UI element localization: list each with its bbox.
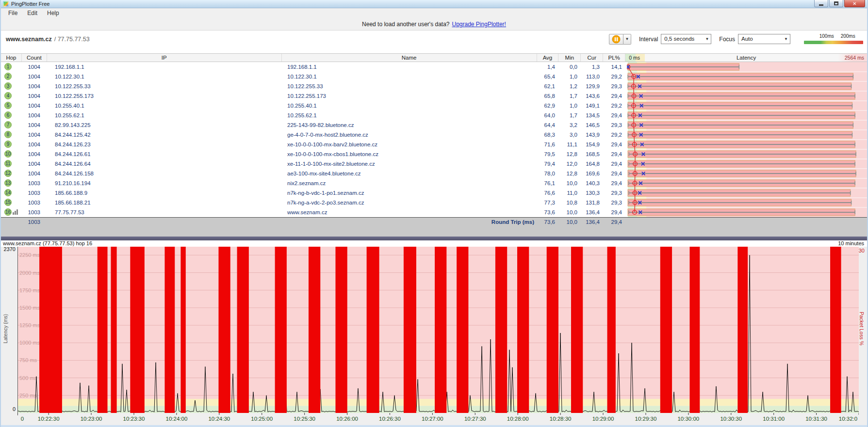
maximize-icon bbox=[834, 1, 838, 5]
hop-number-badge: 1 bbox=[4, 63, 12, 70]
hop-rows: 11004192.168.1.1192.168.1.11,40,01,314,1… bbox=[1, 62, 867, 217]
header-count[interactable]: Count bbox=[22, 54, 47, 62]
hop-count: 1003 bbox=[22, 207, 47, 217]
close-button[interactable]: ✕ bbox=[844, 0, 865, 7]
time-plot-area[interactable]: 2250 ms2000 ms1750 ms1500 ms1250 ms1000 … bbox=[17, 247, 859, 423]
hop-count: 1004 bbox=[22, 140, 47, 149]
y-axis-zero-label: 0 bbox=[1, 406, 16, 412]
hop-number-badge: 4 bbox=[4, 92, 12, 99]
svg-text:10:23:30: 10:23:30 bbox=[123, 416, 145, 422]
hop-pl: 29,4 bbox=[605, 149, 627, 159]
hop-pl: 29,4 bbox=[605, 111, 627, 120]
round-trip-avg: 73,6 bbox=[538, 218, 560, 226]
latency-time-chart[interactable]: 2250 ms2000 ms1750 ms1500 ms1250 ms1000 … bbox=[17, 247, 859, 423]
hop-min: 3,0 bbox=[560, 130, 582, 140]
hop-ip: 185.66.188.9 bbox=[47, 188, 282, 198]
hop-cur: 146,5 bbox=[582, 120, 605, 130]
hop-cur: 130,3 bbox=[582, 188, 605, 198]
header-min[interactable]: Min bbox=[558, 54, 581, 62]
header-ip[interactable]: IP bbox=[47, 54, 282, 62]
hop-cur: 131,8 bbox=[582, 198, 605, 207]
graphed-hop-icon bbox=[13, 209, 18, 215]
hop-cur: 1,3 bbox=[582, 62, 605, 72]
hop-pl: 29,2 bbox=[605, 101, 627, 111]
hop-avg: 73,6 bbox=[538, 207, 560, 217]
menu-item-file[interactable]: File bbox=[4, 9, 22, 17]
header-name[interactable]: Name bbox=[282, 54, 537, 62]
svg-text:10:27:30: 10:27:30 bbox=[464, 416, 486, 422]
window-bottom-border bbox=[1, 425, 867, 427]
svg-text:10:23:00: 10:23:00 bbox=[81, 416, 102, 422]
focus-select[interactable]: Auto ▼ bbox=[738, 34, 790, 44]
hop-number-badge: 10 bbox=[4, 150, 12, 158]
header-avg[interactable]: Avg bbox=[537, 54, 559, 62]
hop-avg: 77,3 bbox=[538, 198, 560, 207]
hop-pl: 29,4 bbox=[605, 159, 627, 169]
window-title: PingPlotter Free bbox=[11, 1, 49, 7]
hop-pl: 29,4 bbox=[605, 169, 627, 178]
svg-text:10:28:00: 10:28:00 bbox=[507, 416, 529, 422]
hop-cur: 154,9 bbox=[582, 140, 605, 149]
svg-text:10:31:00: 10:31:00 bbox=[763, 416, 785, 422]
panel-splitter[interactable] bbox=[1, 237, 867, 240]
hop-cell: 10 bbox=[1, 149, 22, 159]
time-graph-panel: www.seznam.cz (77.75.77.53) hop 16 10 mi… bbox=[1, 240, 867, 427]
hop-pl: 29,3 bbox=[605, 198, 627, 207]
maximize-button[interactable] bbox=[829, 0, 843, 7]
hop-number-badge: 14 bbox=[4, 189, 12, 196]
hop-ip: 84.244.126.61 bbox=[47, 149, 282, 159]
hop-cur: 140,3 bbox=[582, 178, 605, 188]
interval-label: Interval bbox=[639, 36, 658, 43]
hop-min: 1,7 bbox=[560, 91, 582, 101]
hop-avg: 65,4 bbox=[538, 72, 560, 81]
hop-name: n7k-ng-b-vdc-1-po1.seznam.cz bbox=[282, 188, 538, 198]
round-trip-pl: 29,4 bbox=[605, 218, 627, 226]
pause-dropdown-button[interactable]: ▼ bbox=[623, 34, 631, 45]
header-pl[interactable]: PL% bbox=[603, 54, 625, 62]
hop-name: www.seznam.cz bbox=[282, 207, 538, 217]
header-latency-scale: 0 ms Latency 2564 ms bbox=[625, 54, 867, 62]
hop-pl: 29,4 bbox=[605, 140, 627, 149]
hop-pl: 29,4 bbox=[605, 91, 627, 101]
upgrade-link[interactable]: Upgrade PingPlotter! bbox=[452, 21, 506, 28]
hop-avg: 64,4 bbox=[538, 120, 560, 130]
hop-ip: 185.66.188.21 bbox=[47, 198, 282, 207]
hop-ip: 10.255.40.1 bbox=[47, 101, 282, 111]
round-trip-label: Round Trip (ms) bbox=[282, 218, 538, 226]
hop-cell: 11 bbox=[1, 159, 22, 169]
svg-text:10:25:00: 10:25:00 bbox=[251, 416, 273, 422]
upgrade-notice-text: Need to load another user's data? bbox=[362, 21, 449, 28]
hop-number-badge: 7 bbox=[4, 121, 12, 128]
interval-select[interactable]: 0,5 seconds ▼ bbox=[661, 34, 711, 44]
svg-text:10:25:30: 10:25:30 bbox=[294, 416, 315, 422]
menu-item-help[interactable]: Help bbox=[43, 9, 64, 17]
svg-text:10:32:0: 10:32:0 bbox=[839, 416, 857, 422]
hop-name: ge-4-0-7-0-mx-host2.bluetone.cz bbox=[282, 130, 538, 140]
hop-count: 1003 bbox=[22, 198, 47, 207]
latency-color-legend: 100ms 200ms bbox=[804, 34, 863, 44]
hop-avg: 71,6 bbox=[538, 140, 560, 149]
header-cur[interactable]: Cur bbox=[581, 54, 603, 62]
upgrade-notice: Need to load another user's data? Upgrad… bbox=[1, 18, 867, 30]
svg-text:10:30:30: 10:30:30 bbox=[720, 416, 742, 422]
hop-name: xe-10-0-0-100-mx-cbos1.bluetone.cz bbox=[282, 149, 538, 159]
svg-text:10:28:30: 10:28:30 bbox=[550, 416, 572, 422]
hop-cell: 7 bbox=[1, 120, 22, 130]
hop-ip: 10.255.62.1 bbox=[47, 111, 282, 120]
hop-cell: 13 bbox=[1, 178, 22, 188]
hop-count: 1004 bbox=[22, 120, 47, 130]
hop-cell: 14 bbox=[1, 188, 22, 198]
round-trip-cur: 136,4 bbox=[582, 218, 605, 226]
hop-count: 1004 bbox=[22, 159, 47, 169]
hop-count: 1003 bbox=[22, 188, 47, 198]
legend-100ms-label: 100ms bbox=[819, 33, 834, 39]
header-hop[interactable]: Hop bbox=[1, 54, 22, 62]
focus-value: Auto bbox=[741, 36, 753, 42]
pause-button[interactable] bbox=[609, 34, 623, 45]
hop-number-badge: 15 bbox=[4, 199, 12, 206]
minimize-button[interactable] bbox=[814, 0, 828, 7]
hop-name: ae3-100-mx-site4.bluetone.cz bbox=[282, 169, 538, 178]
time-graph-duration: 10 minutes bbox=[838, 240, 867, 247]
menu-item-edit[interactable]: Edit bbox=[23, 9, 42, 17]
svg-text:1250 ms: 1250 ms bbox=[19, 322, 40, 328]
